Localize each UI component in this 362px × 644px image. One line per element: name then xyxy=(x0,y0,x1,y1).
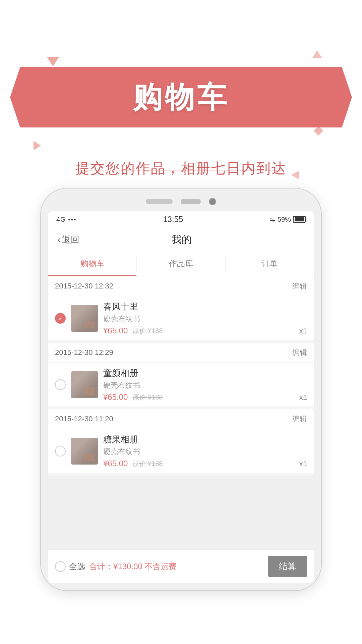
cart-item-type-2: 硬壳布纹书 xyxy=(103,380,294,390)
back-button[interactable]: ‹ 返回 xyxy=(58,234,79,246)
tab-orders[interactable]: 订单 xyxy=(226,252,314,276)
cart-info-2: 童颜相册 硬壳布纹书 ¥65.00 原价:¥188 xyxy=(103,367,294,402)
cart-info-3: 糖果相册 硬壳布纹书 ¥65.00 原价:¥188 xyxy=(103,434,294,468)
phone-mockup: 4G ▪▪▪ 13:55 ⇋ 59% ‹ 返回 我的 xyxy=(40,188,322,591)
cart-checkbox-2[interactable] xyxy=(55,379,66,390)
phone-camera xyxy=(209,198,216,205)
total-label: 合计： xyxy=(89,562,113,571)
phone-sensor xyxy=(181,199,201,204)
cart-checkbox-3[interactable] xyxy=(55,446,66,457)
shipping-note: 不含运费 xyxy=(144,562,177,571)
cart-checkbox-1[interactable] xyxy=(55,313,66,324)
cart-item-name-3: 糖果相册 xyxy=(103,434,294,445)
status-right: ⇋ 59% xyxy=(270,215,306,223)
cart-thumbnail-2 xyxy=(71,371,98,398)
status-left: 4G ▪▪▪ xyxy=(56,216,76,223)
cart-group-date-2: 2015-12-30 12:29 xyxy=(55,348,113,357)
tab-works[interactable]: 作品库 xyxy=(137,252,225,276)
cart-group-edit-2[interactable]: 编辑 xyxy=(292,347,307,358)
cart-group-header-2: 2015-12-30 12:29 编辑 xyxy=(48,343,314,363)
battery-percent: 59% xyxy=(278,216,291,223)
select-all-checkbox[interactable] xyxy=(55,561,66,572)
cart-item-type-1: 硬壳布纹书 xyxy=(103,314,294,324)
cart-item-1: 春风十里 硬壳布纹书 ¥65.00 原价:¥188 x1 xyxy=(48,296,314,340)
banner-subtitle: 提交您的作品，相册七日内到达 xyxy=(20,159,342,178)
select-all-button[interactable]: 全选 xyxy=(55,561,85,572)
phone-speaker xyxy=(146,199,173,204)
deco-triangle-1 xyxy=(47,57,59,66)
cart-list: 2015-12-30 12:32 编辑 春风十里 硬壳布纹书 ¥65.00 xyxy=(48,276,314,549)
banner-ribbon: 购物车 xyxy=(20,67,342,127)
cart-group-date-3: 2015-12-30 11:20 xyxy=(55,415,113,423)
cart-group-date-1: 2015-12-30 12:32 xyxy=(55,282,113,290)
cart-price-row-2: ¥65.00 原价:¥188 xyxy=(103,392,294,402)
deco-triangle-3 xyxy=(34,141,41,150)
total-amount: ¥130.00 xyxy=(113,562,142,571)
nav-bar: ‹ 返回 我的 xyxy=(48,227,314,252)
cart-price-3: ¥65.00 xyxy=(103,459,128,468)
phone-outer: 4G ▪▪▪ 13:55 ⇋ 59% ‹ 返回 我的 xyxy=(40,188,322,591)
battery-icon xyxy=(293,216,306,223)
cart-item-2: 童颜相册 硬壳布纹书 ¥65.00 原价:¥188 x1 xyxy=(48,363,314,407)
cart-group-edit-3[interactable]: 编辑 xyxy=(292,414,307,424)
cart-total: 合计：¥130.00 不含运费 xyxy=(89,561,264,572)
phone-top-bar xyxy=(48,198,314,205)
cart-item-3: 糖果相册 硬壳布纹书 ¥65.00 原价:¥188 x1 xyxy=(48,429,314,473)
cart-thumb-image-3 xyxy=(71,438,98,465)
cart-orig-price-3: 原价:¥188 xyxy=(132,459,163,468)
phone-screen: 4G ▪▪▪ 13:55 ⇋ 59% ‹ 返回 我的 xyxy=(48,211,314,583)
back-label: 返回 xyxy=(62,234,79,246)
cart-price-1: ¥65.00 xyxy=(103,326,128,335)
cart-qty-1: x1 xyxy=(299,327,307,335)
banner-title: 购物车 xyxy=(133,77,229,117)
wifi-icon: ⇋ xyxy=(270,215,276,223)
page-title: 我的 xyxy=(79,233,284,247)
cart-price-2: ¥65.00 xyxy=(103,392,128,402)
cart-item-name-2: 童颜相册 xyxy=(103,367,294,379)
status-bar: 4G ▪▪▪ 13:55 ⇋ 59% xyxy=(48,211,314,227)
cart-empty-area xyxy=(48,476,314,549)
cart-qty-2: x1 xyxy=(299,393,307,402)
cart-group-1: 2015-12-30 12:32 编辑 春风十里 硬壳布纹书 ¥65.00 xyxy=(48,276,314,340)
status-signal: 4G ▪▪▪ xyxy=(56,216,76,223)
cart-item-type-3: 硬壳布纹书 xyxy=(103,447,294,457)
select-all-label: 全选 xyxy=(69,561,85,572)
tab-cart[interactable]: 购物车 xyxy=(48,252,136,276)
cart-price-row-1: ¥65.00 原价:¥188 xyxy=(103,326,294,335)
cart-group-2: 2015-12-30 12:29 编辑 童颜相册 硬壳布纹书 ¥65.00 xyxy=(48,343,314,407)
cart-group-header-3: 2015-12-30 11:20 编辑 xyxy=(48,409,314,429)
cart-thumbnail-3 xyxy=(71,438,98,465)
cart-group-header-1: 2015-12-30 12:32 编辑 xyxy=(48,276,314,296)
cart-qty-3: x1 xyxy=(299,460,307,468)
tab-bar: 购物车 作品库 订单 xyxy=(48,252,314,276)
back-chevron-icon: ‹ xyxy=(58,234,61,245)
cart-price-row-3: ¥65.00 原价:¥188 xyxy=(103,459,294,468)
status-time: 13:55 xyxy=(163,215,183,224)
bottom-bar: 全选 合计：¥130.00 不含运费 结算 xyxy=(48,549,314,583)
cart-item-name-1: 春风十里 xyxy=(103,301,294,313)
deco-diamond xyxy=(314,126,323,136)
cart-orig-price-1: 原价:¥188 xyxy=(132,326,163,335)
cart-info-1: 春风十里 硬壳布纹书 ¥65.00 原价:¥188 xyxy=(103,301,294,335)
deco-triangle-2 xyxy=(312,50,322,58)
banner-area: 购物车 提交您的作品，相册七日内到达 xyxy=(20,47,342,188)
cart-orig-price-2: 原价:¥188 xyxy=(132,393,163,402)
checkout-button[interactable]: 结算 xyxy=(268,556,307,577)
cart-thumbnail-1 xyxy=(71,305,98,332)
cart-group-3: 2015-12-30 11:20 编辑 糖果相册 硬壳布纹书 ¥65.00 xyxy=(48,409,314,473)
cart-thumb-image-2 xyxy=(71,371,98,398)
cart-thumb-image-1 xyxy=(71,305,98,332)
cart-group-edit-1[interactable]: 编辑 xyxy=(292,281,307,291)
